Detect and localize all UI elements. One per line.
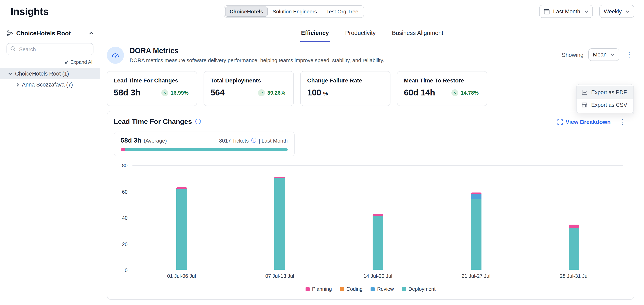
info-icon[interactable]: ⓘ bbox=[195, 118, 201, 125]
trend-down-icon: ↘ bbox=[161, 89, 168, 96]
card-value: 564 bbox=[210, 88, 224, 97]
bar-segment-planning bbox=[569, 225, 580, 228]
chart-bar[interactable] bbox=[471, 193, 481, 270]
summary-period: | Last Month bbox=[258, 137, 288, 144]
legend-item-planning[interactable]: Planning bbox=[306, 286, 332, 292]
summary-bar-segment-deployment bbox=[125, 148, 288, 151]
export-pdf-label: Export as PDF bbox=[591, 89, 627, 95]
dora-description: DORA metrics measure software delivery p… bbox=[130, 57, 384, 63]
table-icon bbox=[582, 102, 588, 108]
kebab-menu-icon[interactable]: ⋮ bbox=[624, 51, 634, 58]
bar-segment-deployment bbox=[471, 199, 481, 270]
card-value: 58d 3h bbox=[114, 88, 140, 97]
sidebar: ChoiceHotels Root bbox=[0, 23, 100, 305]
view-breakdown-label: View Breakdown bbox=[566, 119, 611, 125]
dora-header: DORA Metrics DORA metrics measure softwa… bbox=[107, 47, 634, 64]
tree-item-label: ChoiceHotels Root (1) bbox=[15, 71, 69, 77]
dora-gauge-icon bbox=[107, 47, 124, 64]
sidebar-header: ChoiceHotels Root bbox=[0, 23, 100, 40]
expand-all-label: Expand All bbox=[70, 59, 94, 65]
calendar-icon bbox=[544, 8, 550, 14]
legend-swatch bbox=[402, 287, 406, 291]
bar-segment-deployment bbox=[372, 216, 383, 270]
org-tab-choicehotels[interactable]: ChoiceHotels bbox=[225, 6, 268, 16]
expand-all-button[interactable]: Expand All bbox=[6, 59, 94, 65]
summary-qualifier: (Average) bbox=[144, 137, 167, 144]
chevron-right-icon bbox=[16, 83, 19, 87]
dora-text: DORA Metrics DORA metrics measure softwa… bbox=[130, 47, 384, 63]
trend-up-icon: ↗ bbox=[258, 89, 265, 96]
tab-productivity[interactable]: Productivity bbox=[344, 25, 376, 42]
legend-item-coding[interactable]: Coding bbox=[340, 286, 362, 292]
y-axis-label: 60 bbox=[116, 188, 128, 196]
card-title: Change Failure Rate bbox=[307, 77, 384, 84]
org-tab-solution-engineers[interactable]: Solution Engineers bbox=[268, 6, 322, 16]
org-tab-test-org-tree[interactable]: Test Org Tree bbox=[322, 6, 363, 16]
showing-label: Showing bbox=[562, 51, 584, 58]
summary-tickets: 8017 Tickets bbox=[219, 137, 249, 144]
export-csv-menu-item[interactable]: Export as CSV bbox=[576, 99, 634, 111]
card-mean-time-to-restore: Mean Time To Restore 60d 14h ↘ 14.78% bbox=[397, 71, 487, 106]
legend-label: Review bbox=[377, 286, 394, 292]
chart-bar[interactable] bbox=[372, 214, 383, 270]
y-axis-label: 0 bbox=[116, 267, 128, 274]
chart-bar[interactable] bbox=[274, 177, 285, 270]
x-axis-label: 28 Jul-31 Jul bbox=[560, 273, 589, 279]
legend-swatch bbox=[371, 287, 375, 291]
bar-segment-planning bbox=[176, 187, 187, 189]
bar-segment-planning bbox=[372, 214, 383, 216]
bar-segment-deployment bbox=[569, 228, 580, 270]
chart-legend: PlanningCodingReviewDeployment bbox=[114, 286, 627, 294]
top-controls: Last Month Weekly bbox=[539, 5, 634, 18]
chart-bar[interactable] bbox=[176, 187, 187, 270]
card-total-deployments: Total Deployments 564 ↗ 39.26% bbox=[204, 71, 294, 106]
tree-item-choicehotels-root[interactable]: ChoiceHotels Root (1) bbox=[0, 68, 100, 79]
legend-label: Deployment bbox=[408, 286, 436, 292]
search-input[interactable] bbox=[6, 43, 94, 55]
period-select[interactable]: Last Month bbox=[539, 5, 593, 18]
card-lead-time-for-changes: Lead Time For Changes 58d 3h ↘ 16.99% bbox=[107, 71, 197, 106]
trend-badge: ↘ 16.99% bbox=[161, 89, 188, 96]
tab-business-alignment[interactable]: Business Alignment bbox=[391, 25, 444, 42]
chart-plot: 02040608001 Jul-06 Jul07 Jul-13 Jul14 Ju… bbox=[132, 165, 623, 270]
kebab-menu-icon[interactable]: ⋮ bbox=[617, 118, 627, 125]
chart-bar[interactable] bbox=[569, 225, 580, 270]
chevron-up-icon[interactable] bbox=[89, 31, 94, 35]
org-tree-icon bbox=[6, 30, 13, 36]
trend-value: 14.78% bbox=[461, 89, 479, 96]
view-breakdown-button[interactable]: View Breakdown bbox=[558, 119, 611, 125]
sidebar-search bbox=[6, 43, 94, 55]
dora-title: DORA Metrics bbox=[130, 47, 384, 55]
search-icon bbox=[10, 46, 16, 53]
bar-segment-deployment bbox=[274, 178, 285, 270]
card-unit: % bbox=[323, 90, 328, 96]
trend-value: 16.99% bbox=[171, 89, 188, 96]
granularity-select[interactable]: Weekly bbox=[599, 5, 634, 18]
card-title: Lead Time For Changes bbox=[114, 77, 190, 84]
showing-select[interactable]: Mean bbox=[588, 48, 619, 61]
trend-badge: ↗ 39.26% bbox=[258, 89, 285, 96]
tree-item-anna-scozzafava[interactable]: Anna Scozzafava (7) bbox=[0, 79, 100, 90]
legend-label: Coding bbox=[346, 286, 362, 292]
export-pdf-menu-item[interactable]: Export as PDF bbox=[576, 86, 634, 99]
tab-efficiency[interactable]: Efficiency bbox=[300, 25, 330, 42]
legend-swatch bbox=[306, 287, 310, 291]
insights-app: Insights ChoiceHotels Solution Engineers… bbox=[0, 0, 644, 305]
legend-item-review[interactable]: Review bbox=[371, 286, 394, 292]
sidebar-title: ChoiceHotels Root bbox=[16, 30, 71, 36]
chart-area: 02040608001 Jul-06 Jul07 Jul-13 Jul14 Ju… bbox=[132, 165, 623, 270]
dora-controls: Showing Mean ⋮ bbox=[562, 47, 634, 61]
chart-summary-card: 58d 3h (Average) 8017 Tickets ⓘ | Last M… bbox=[114, 132, 294, 156]
export-csv-label: Export as CSV bbox=[591, 102, 627, 108]
line-chart-icon bbox=[582, 89, 588, 95]
chart-header: Lead Time For Changes ⓘ View Breakdown ⋮ bbox=[114, 118, 627, 126]
legend-item-deployment[interactable]: Deployment bbox=[402, 286, 436, 292]
chevron-down-icon bbox=[8, 72, 12, 75]
x-axis-label: 14 Jul-20 Jul bbox=[364, 273, 392, 279]
chevron-down-icon bbox=[626, 10, 630, 13]
main-content: Efficiency Productivity Business Alignme… bbox=[100, 23, 644, 305]
y-axis-label: 40 bbox=[116, 214, 128, 222]
org-switcher-wrap: ChoiceHotels Solution Engineers Test Org… bbox=[48, 5, 540, 18]
expand-corners-icon bbox=[558, 119, 563, 124]
info-icon[interactable]: ⓘ bbox=[251, 137, 256, 144]
